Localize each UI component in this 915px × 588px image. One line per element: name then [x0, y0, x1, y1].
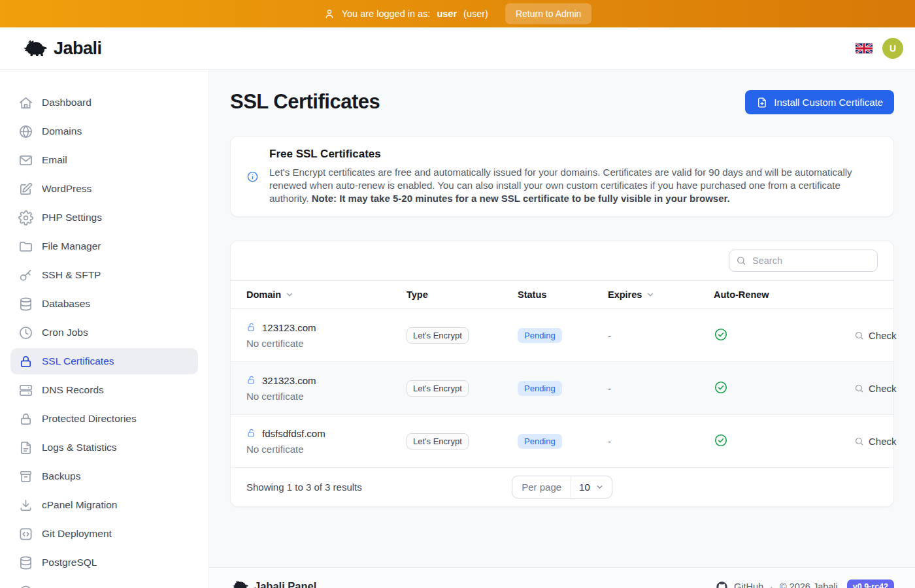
sidebar-item-email[interactable]: Email	[10, 147, 198, 173]
certificate-row: 123123.comNo certificateLet's EncryptPen…	[231, 309, 893, 362]
actions-cell: Check	[839, 330, 912, 341]
install-custom-certificate-button[interactable]: Install Custom Certificate	[745, 90, 894, 114]
domain-name: 123123.com	[262, 322, 316, 333]
certificate-row: fdsfsdfdsf.comNo certificateLet's Encryp…	[231, 415, 893, 468]
auto-renew-cell	[698, 433, 839, 449]
sidebar-item-wordpress[interactable]: WordPress	[10, 176, 198, 202]
person-icon	[324, 8, 335, 20]
file-plus-icon	[756, 97, 768, 108]
sidebar-item-protected-directories[interactable]: Protected Directories	[10, 406, 198, 432]
sidebar-item-label: File Manager	[42, 240, 101, 252]
check-certificate-button[interactable]: Check	[854, 383, 897, 394]
expires-cell: -	[592, 383, 698, 394]
boar-logo-icon	[20, 39, 47, 58]
page-footer: Jabali Panel GitHub · © 2026 Jabali v0.9…	[209, 567, 915, 588]
search-box	[729, 250, 878, 272]
column-header-status: Status	[502, 289, 592, 300]
sidebar-item-label: WordPress	[42, 183, 92, 195]
sidebar-item-logs-statistics[interactable]: Logs & Statistics	[10, 434, 198, 461]
github-icon	[716, 581, 727, 588]
clock-icon	[18, 325, 33, 340]
install-button-label: Install Custom Certificate	[774, 97, 883, 108]
sidebar-item-databases[interactable]: Databases	[10, 291, 198, 317]
chevron-down-icon	[595, 483, 604, 491]
column-header-expires[interactable]: Expires	[592, 289, 698, 300]
sidebar-item-label: SSL Certificates	[42, 355, 114, 367]
actions-cell: Check	[839, 383, 912, 394]
sidebar-item-cpanel-migration[interactable]: cPanel Migration	[10, 492, 198, 518]
edit-icon	[18, 182, 33, 197]
auto-renew-toggle[interactable]	[714, 433, 728, 448]
column-label: Auto-Renew	[714, 289, 769, 300]
certificate-subtitle: No certificate	[246, 391, 391, 402]
type-badge: Let's Encrypt	[407, 433, 469, 449]
sidebar-item-postgresql[interactable]: PostgreSQL	[10, 549, 198, 576]
column-header-domain[interactable]: Domain	[231, 289, 391, 300]
certificate-subtitle: No certificate	[246, 338, 391, 349]
sidebar-item-cron-jobs[interactable]: Cron Jobs	[10, 319, 198, 346]
sidebar-item-label: SSH & SFTP	[42, 269, 101, 281]
sidebar-item-label: Cron Jobs	[42, 327, 88, 338]
certificate-subtitle: No certificate	[246, 444, 391, 455]
page-title: SSL Certificates	[230, 90, 380, 114]
column-label: Expires	[608, 289, 642, 300]
sidebar-item-ssl-certificates[interactable]: SSL Certificates	[10, 348, 198, 374]
type-badge: Let's Encrypt	[407, 327, 469, 344]
results-summary: Showing 1 to 3 of 3 results	[246, 482, 512, 493]
sidebar-item-domains[interactable]: Domains	[10, 118, 198, 144]
archive-icon	[18, 469, 33, 484]
filetext-icon	[18, 440, 33, 455]
status-cell: Pending	[502, 434, 592, 449]
uk-flag-icon[interactable]	[856, 42, 873, 54]
expires-value: -	[608, 436, 611, 447]
certificate-row: 321323.comNo certificateLet's EncryptPen…	[231, 362, 893, 415]
footer-separator: ·	[770, 581, 773, 588]
home-icon	[18, 95, 33, 110]
check-certificate-button[interactable]: Check	[854, 436, 897, 447]
impersonation-message-prefix: You are logged in as:	[342, 8, 431, 19]
check-label: Check	[869, 436, 897, 447]
info-card-body: Let's Encrypt certificates are free and …	[269, 166, 878, 205]
sidebar-item-dns-records[interactable]: DNS Records	[10, 377, 198, 403]
github-link[interactable]: GitHub	[734, 581, 763, 588]
actions-cell: Check	[839, 436, 912, 447]
impersonation-bar: You are logged in as: user (user) Return…	[0, 0, 915, 27]
sidebar-item-label: Logs & Statistics	[42, 442, 117, 453]
table-body: 123123.comNo certificateLet's EncryptPen…	[231, 309, 893, 468]
copyright: © 2026 Jabali	[780, 581, 838, 588]
lock-icon	[18, 412, 33, 427]
sidebar-item-label: PostgreSQL	[42, 557, 97, 568]
search-icon	[854, 436, 864, 446]
sidebar-item-dashboard[interactable]: Dashboard	[10, 90, 198, 116]
table-pagination: Showing 1 to 3 of 3 results Per page 10	[231, 468, 893, 506]
return-to-admin-button[interactable]: Return to Admin	[505, 3, 591, 24]
per-page-select[interactable]: Per page 10	[512, 476, 612, 498]
auto-renew-toggle[interactable]	[714, 380, 728, 395]
search-input[interactable]	[729, 250, 878, 272]
sidebar-item-label: Backups	[42, 470, 80, 482]
expires-value: -	[608, 383, 611, 394]
brand[interactable]: Jabali	[20, 39, 102, 59]
check-certificate-button[interactable]: Check	[854, 330, 897, 341]
status-cell: Pending	[502, 381, 592, 396]
sidebar-item-label: cPanel Migration	[42, 499, 117, 511]
search-icon	[736, 255, 746, 266]
key-icon	[18, 268, 33, 283]
sidebar-item-php-settings[interactable]: PHP Settings	[10, 204, 198, 231]
sidebar-item-ssh-sftp[interactable]: SSH & SFTP	[10, 262, 198, 288]
sidebar-item-git-deployment[interactable]: Git Deployment	[10, 521, 198, 547]
column-label: Domain	[246, 289, 281, 300]
mail-icon	[18, 153, 33, 168]
type-cell: Let's Encrypt	[391, 380, 502, 397]
sidebar-item-label: Domains	[42, 125, 82, 137]
lock-icon	[18, 354, 33, 369]
sidebar-item-backups[interactable]: Backups	[10, 463, 198, 489]
per-page-label: Per page	[512, 476, 571, 498]
impersonated-role: (user)	[463, 8, 488, 19]
auto-renew-toggle[interactable]	[714, 327, 728, 342]
sidebar: DashboardDomainsEmailWordPressPHP Settin…	[0, 70, 209, 588]
database-icon	[18, 555, 33, 570]
sidebar-item-partial[interactable]	[10, 578, 198, 588]
sidebar-item-file-manager[interactable]: File Manager	[10, 233, 198, 259]
user-avatar[interactable]: U	[882, 38, 903, 59]
